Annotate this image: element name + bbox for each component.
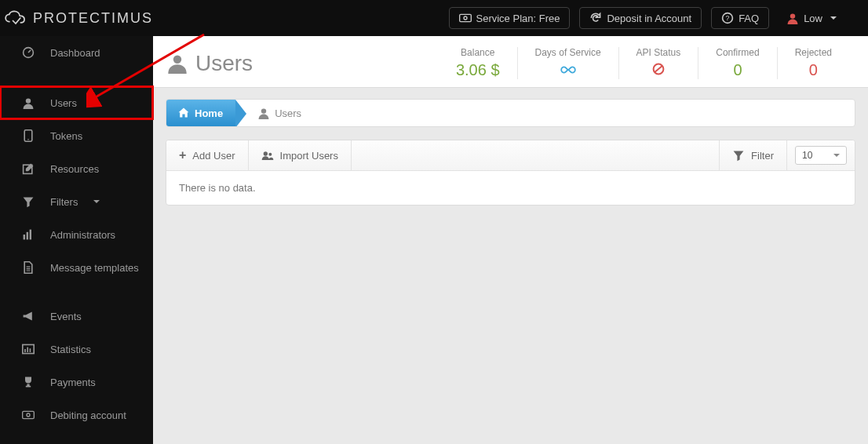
sidebar-item-users[interactable]: Users [0, 86, 153, 119]
home-icon [177, 107, 190, 119]
user-icon [786, 12, 799, 24]
breadcrumb-current-label: Users [275, 107, 301, 119]
svg-point-6 [26, 98, 31, 103]
deposit-button[interactable]: Deposit in Account [579, 7, 702, 29]
svg-rect-12 [30, 230, 31, 240]
document-icon [20, 261, 36, 274]
breadcrumb-current[interactable]: Users [235, 100, 314, 126]
service-plan-label: Service Plan: Free [476, 13, 560, 24]
mobile-icon [20, 129, 36, 142]
metric-days-of-service: Days of Service [517, 47, 618, 79]
sidebar-item-dashboard[interactable]: Dashboard [0, 36, 153, 69]
filter-label: Filter [751, 150, 774, 162]
page-header: Users Balance 3.06 $ Days of Service API… [153, 36, 868, 88]
sidebar-item-resources[interactable]: Resources [0, 152, 153, 185]
svg-point-18 [27, 413, 30, 417]
svg-rect-11 [27, 232, 28, 240]
breadcrumb-home[interactable]: Home [166, 100, 235, 126]
edit-icon [20, 162, 36, 175]
svg-rect-14 [24, 349, 26, 352]
service-plan-button[interactable]: Service Plan: Free [449, 7, 571, 29]
page-title-text: Users [195, 51, 253, 76]
sidebar-item-payments[interactable]: Payments [0, 366, 153, 399]
infinity-icon [560, 64, 577, 75]
chart-icon [20, 343, 36, 355]
svg-rect-0 [459, 14, 471, 21]
svg-point-19 [173, 55, 181, 63]
svg-rect-15 [27, 348, 28, 352]
sidebar-item-filters[interactable]: Filters [0, 185, 153, 218]
import-users-label: Import Users [280, 150, 338, 162]
metric-value: 0 [795, 61, 832, 79]
sidebar-item-label: Message templates [50, 262, 139, 274]
metric-value: 3.06 $ [456, 61, 500, 79]
svg-point-24 [268, 153, 272, 156]
plus-icon: + [179, 148, 186, 162]
metric-value [636, 61, 681, 79]
metric-value: 0 [716, 61, 759, 79]
security-level-menu[interactable]: Low [779, 8, 844, 28]
add-user-button[interactable]: + Add User [166, 140, 249, 170]
metric-label: Balance [456, 47, 500, 58]
users-icon [261, 149, 274, 162]
filter-icon [732, 149, 745, 162]
topbar: PROTECTIMUS Service Plan: Free Deposit i… [0, 0, 868, 36]
sidebar-item-label: Resources [50, 163, 99, 175]
filter-button[interactable]: Filter [720, 140, 787, 170]
page-body: Home Users + Add User Import Users [153, 88, 868, 444]
svg-point-22 [261, 108, 266, 113]
breadcrumb: Home Users [166, 99, 855, 127]
sidebar-item-tokens[interactable]: Tokens [0, 119, 153, 152]
money-icon [20, 409, 36, 421]
faq-label: FAQ [739, 13, 759, 24]
metric-api-status: API Status [618, 47, 698, 79]
metric-value [535, 61, 601, 79]
security-level-label: Low [804, 13, 822, 24]
sidebar-item-label: Statistics [50, 344, 91, 355]
svg-point-4 [790, 13, 795, 18]
sidebar-item-label: Payments [50, 377, 96, 388]
sidebar-item-label: Dashboard [50, 47, 100, 59]
deposit-label: Deposit in Account [607, 13, 691, 24]
metric-balance: Balance 3.06 $ [439, 47, 517, 79]
brand-icon [5, 7, 27, 29]
metrics: Balance 3.06 $ Days of Service API Statu… [439, 47, 849, 79]
svg-text:?: ? [726, 14, 730, 22]
page-title: Users [167, 51, 253, 76]
chevron-down-icon [830, 16, 837, 20]
user-icon [257, 107, 270, 119]
sidebar-item-message-templates[interactable]: Message templates [0, 251, 153, 284]
sidebar-item-administrators[interactable]: Administrators [0, 218, 153, 251]
sidebar-item-label: Filters [50, 196, 78, 208]
ban-icon [652, 63, 665, 75]
trophy-icon [20, 376, 36, 388]
question-icon: ? [721, 12, 734, 24]
user-icon [167, 53, 188, 74]
import-users-button[interactable]: Import Users [249, 140, 352, 170]
svg-point-1 [464, 16, 467, 20]
sidebar-item-statistics[interactable]: Statistics [0, 333, 153, 366]
svg-rect-10 [24, 235, 25, 239]
page-size-select[interactable]: 10 [795, 146, 847, 165]
metric-rejected: Rejected 0 [777, 47, 849, 79]
brand-logo[interactable]: PROTECTIMUS [0, 7, 153, 29]
sidebar-item-label: Tokens [50, 130, 82, 142]
refresh-icon [589, 12, 602, 24]
toolbar-spacer [352, 140, 720, 170]
sidebar-item-debiting-account[interactable]: Debiting account [0, 399, 153, 431]
svg-rect-16 [30, 348, 31, 352]
svg-line-21 [655, 66, 662, 72]
data-table: + Add User Import Users Filter 10 [166, 140, 855, 206]
breadcrumb-home-label: Home [195, 107, 223, 119]
metric-label: API Status [636, 47, 681, 58]
user-icon [20, 96, 36, 109]
sidebar-item-events[interactable]: Events [0, 300, 153, 333]
topbar-right: Service Plan: Free Deposit in Account ? … [153, 7, 860, 29]
metric-label: Confirmed [716, 47, 759, 58]
table-body: There is no data. [166, 171, 855, 205]
brand-text: PROTECTIMUS [33, 10, 153, 27]
sidebar-item-label: Debiting account [50, 409, 126, 421]
faq-button[interactable]: ? FAQ [711, 7, 769, 29]
gauge-icon [20, 46, 36, 59]
add-user-label: Add User [192, 150, 235, 162]
